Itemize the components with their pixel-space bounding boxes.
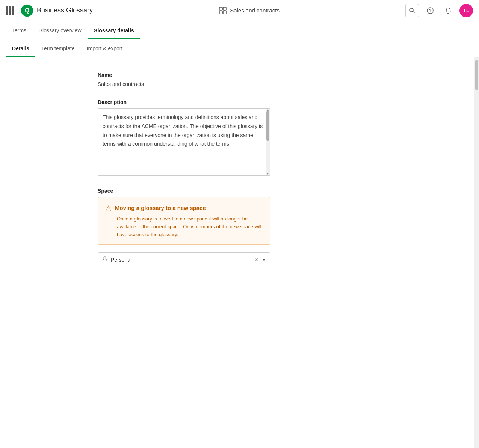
warning-box: △ Moving a glossary to a new space Once … <box>98 197 270 245</box>
form-section: Name Sales and contracts Description Thi… <box>98 72 278 267</box>
user-avatar[interactable]: TL <box>459 4 473 17</box>
svg-rect-2 <box>219 7 222 10</box>
warning-triangle-icon: △ <box>106 203 111 212</box>
glossary-nav-name: Sales and contracts <box>230 7 280 14</box>
top-nav: Q Business Glossary Sales and contracts <box>0 0 479 21</box>
tab-details[interactable]: Details <box>6 41 35 57</box>
tab-terms[interactable]: Terms <box>6 23 32 39</box>
person-icon <box>102 256 108 264</box>
search-button[interactable] <box>405 4 419 17</box>
description-box[interactable]: This glossary provides terminology and d… <box>98 108 270 176</box>
warning-title: Moving a glossary to a new space <box>115 205 206 211</box>
app-title: Business Glossary <box>37 6 93 14</box>
page-scrollbar-track <box>474 57 479 448</box>
nav-actions: ? TL <box>405 4 473 17</box>
tab-import-export[interactable]: Import & export <box>81 41 129 57</box>
secondary-tabs: Details Term template Import & export <box>0 39 479 57</box>
description-label: Description <box>98 99 278 105</box>
description-scrollbar-thumb[interactable] <box>266 111 269 141</box>
main-content: Name Sales and contracts Description Thi… <box>0 57 474 448</box>
tab-term-template[interactable]: Term template <box>35 41 81 57</box>
primary-tabs: Terms Glossary overview Glossary details <box>0 21 479 39</box>
space-label: Space <box>98 188 278 194</box>
svg-point-14 <box>104 257 106 259</box>
search-icon <box>409 8 415 14</box>
name-value: Sales and contracts <box>98 81 278 87</box>
tab-glossary-overview[interactable]: Glossary overview <box>32 23 87 39</box>
svg-line-11 <box>413 11 414 13</box>
logo-area: Q Business Glossary <box>20 4 93 17</box>
tab-glossary-details[interactable]: Glossary details <box>88 23 140 39</box>
desc-scroll-down-icon[interactable]: ▼ <box>266 172 270 175</box>
space-dropdown[interactable]: Personal ✕ ▼ <box>98 252 270 267</box>
svg-text:Q: Q <box>25 7 30 14</box>
svg-rect-5 <box>223 11 226 14</box>
space-value: Personal <box>111 257 251 263</box>
nav-center: Sales and contracts <box>99 6 399 15</box>
description-scrollbar-track: ▲ ▼ <box>266 109 270 175</box>
name-label: Name <box>98 72 278 78</box>
svg-text:?: ? <box>429 8 432 13</box>
space-chevron-icon[interactable]: ▼ <box>262 257 266 262</box>
grid-menu-icon[interactable] <box>6 6 14 15</box>
glossary-nav-icon <box>219 6 227 15</box>
svg-rect-3 <box>223 7 226 10</box>
help-icon: ? <box>427 7 434 14</box>
bell-icon <box>445 7 452 14</box>
space-clear-button[interactable]: ✕ <box>254 257 259 263</box>
warning-body: Once a glossary is moved to a new space … <box>106 215 263 238</box>
help-button[interactable]: ? <box>423 4 437 17</box>
page-scrollbar-thumb[interactable] <box>475 60 478 90</box>
content-wrapper: Name Sales and contracts Description Thi… <box>0 57 479 448</box>
warning-header: △ Moving a glossary to a new space <box>106 203 263 212</box>
qlik-logo-icon: Q <box>20 4 34 17</box>
svg-rect-4 <box>219 11 222 14</box>
notifications-button[interactable] <box>441 4 455 17</box>
description-text: This glossary provides terminology and d… <box>98 109 270 175</box>
